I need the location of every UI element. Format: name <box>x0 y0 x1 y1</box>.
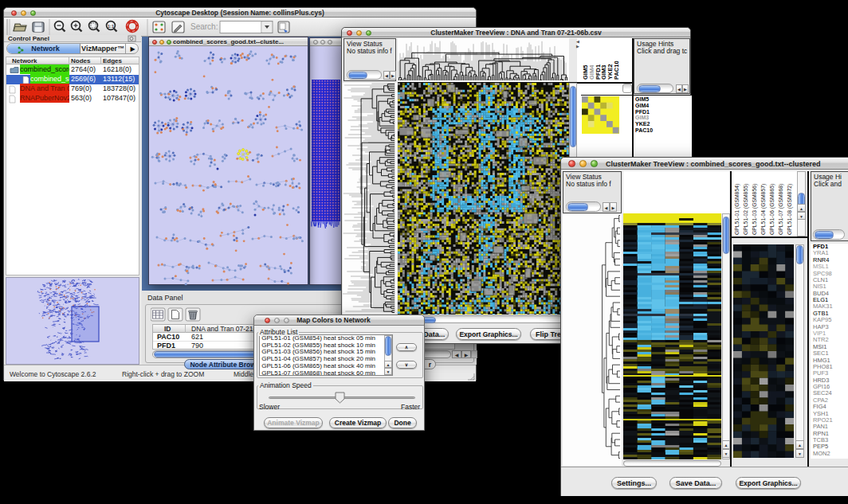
svg-text:Search:: Search: <box>190 22 218 31</box>
svg-text:1:1: 1:1 <box>108 24 114 29</box>
